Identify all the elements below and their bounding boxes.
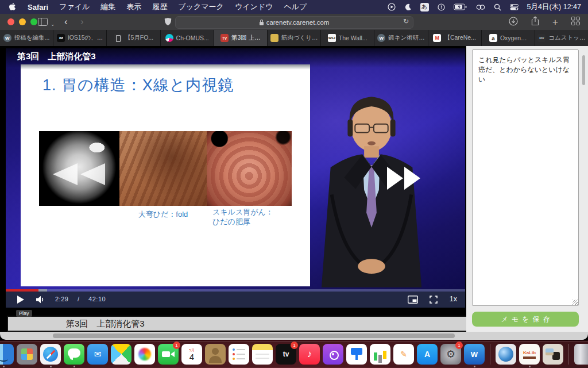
tab-gmail-carenet[interactable]: M 【CareNe... — [428, 30, 482, 46]
note-textarea[interactable]: これ見たらパッとスキルス胃癌だ、とわからないといけない — [472, 49, 579, 306]
horizontal-scrollbar-thumb[interactable] — [53, 334, 455, 338]
tab-label: The Wall... — [339, 34, 368, 41]
dock-keynote[interactable] — [346, 343, 367, 366]
dock-messages[interactable] — [64, 343, 84, 366]
phone-favicon — [114, 34, 122, 42]
dock-appletv[interactable]: 1tv — [276, 343, 296, 366]
privacy-shield-icon[interactable] — [164, 17, 172, 28]
picture-in-picture-icon[interactable] — [408, 296, 418, 306]
lock-icon — [260, 22, 264, 25]
dock-system-settings[interactable]: 1⚙ — [440, 343, 461, 366]
tab-label: 【CareNe... — [444, 34, 475, 42]
sidebar-toggle-icon[interactable] — [38, 18, 48, 28]
dock-contacts[interactable] — [205, 343, 226, 366]
dock-reminders[interactable] — [229, 343, 249, 366]
page-content: 第3回 上部消化管3 1. 胃の構造：X線と内視鏡 大弯ひだ：fold スキルス… — [0, 46, 588, 332]
tab-ch-omus[interactable]: Ch-OMUS... — [161, 30, 214, 46]
tab-ios15[interactable]: iM iOS15の、… — [53, 30, 107, 46]
dock-podcasts[interactable] — [323, 343, 343, 366]
trash-icon — [574, 344, 588, 365]
battery-icon[interactable] — [454, 3, 467, 10]
dock-kalib[interactable]: KaLib — [519, 343, 540, 366]
save-note-button[interactable]: メモを保存 — [472, 312, 579, 327]
reload-icon[interactable]: ↻ — [403, 17, 409, 25]
tab-wordpress-edit[interactable]: W 投稿を編集... — [0, 30, 53, 46]
dock-appstore[interactable]: A — [417, 343, 438, 366]
kalib-icon: KaLib — [519, 344, 540, 365]
address-bar[interactable]: carenetv.carenet.com ↻ — [175, 16, 413, 29]
fast-forward-overlay-icon[interactable] — [386, 167, 421, 192]
tab-label: 筋肉づくり… — [281, 34, 318, 42]
dock-finder[interactable] — [0, 343, 14, 366]
playback-speed-button[interactable]: 1x — [450, 295, 457, 303]
dock-trash[interactable] — [574, 343, 588, 366]
close-window-button[interactable] — [7, 18, 14, 25]
share-icon[interactable] — [531, 16, 539, 28]
apple-logo-icon[interactable] — [9, 3, 17, 12]
tab-label: iOS15の、… — [68, 34, 103, 42]
menubar-app-name[interactable]: Safari — [28, 3, 48, 12]
volume-icon[interactable] — [36, 296, 45, 306]
rewind-overlay-icon[interactable] — [52, 163, 106, 187]
forward-button[interactable]: › — [80, 17, 84, 27]
video-player[interactable]: 第3回 上部消化管3 1. 胃の構造：X線と内視鏡 大弯ひだ：fold スキルス… — [6, 48, 465, 308]
menu-edit[interactable]: 編集 — [100, 2, 115, 12]
tab-overview-icon[interactable] — [571, 17, 580, 28]
screen-record-status-icon[interactable] — [388, 3, 396, 11]
back-button[interactable]: ‹ — [64, 17, 68, 27]
dock-mail[interactable]: ✉ — [87, 343, 108, 366]
dock-launchpad[interactable] — [17, 343, 37, 366]
minimize-window-button[interactable] — [19, 18, 26, 25]
tab-carenet-tv-active[interactable]: TV 第3回 上… — [214, 30, 268, 46]
menubar-clock[interactable]: 5月4日(木) 12:47 — [527, 2, 581, 12]
tab-comstock[interactable]: inv コムストッ… — [535, 30, 588, 46]
dock-maps[interactable] — [111, 343, 131, 366]
tab-kitakin[interactable]: W 鍛キン術研… — [374, 30, 428, 46]
focus-moon-icon[interactable] — [404, 3, 412, 11]
menu-bookmarks[interactable]: ブックマーク — [178, 2, 224, 12]
sidebar-chevron-icon[interactable]: ⌄ — [51, 19, 55, 29]
spotlight-search-icon[interactable] — [494, 3, 501, 11]
inv-favicon: inv — [537, 34, 546, 42]
play-button[interactable] — [17, 296, 24, 306]
tab-5gatsu-fo[interactable]: 【5月FO... — [107, 30, 160, 46]
menu-window[interactable]: ウインドウ — [235, 2, 273, 12]
dock-numbers[interactable] — [370, 343, 390, 366]
dock-safari[interactable] — [40, 343, 61, 366]
tab-amazon-oxygen[interactable]: a Oxygen… — [482, 30, 535, 46]
link-status-icon[interactable] — [476, 4, 485, 10]
circle-status-icon[interactable] — [438, 3, 445, 11]
dock-word[interactable]: W — [464, 343, 485, 366]
lecture-title-field[interactable]: 第3回 上部消化管3 — [7, 316, 517, 332]
menu-help[interactable]: ヘルプ — [284, 2, 307, 12]
tab-label: 【5月FO... — [125, 34, 153, 42]
caption-fold: 大弯ひだ：fold — [119, 209, 207, 220]
dock-pages[interactable]: ✎ — [393, 343, 414, 366]
dock-music[interactable]: ♪ — [299, 343, 320, 366]
tab-label: Oxygen… — [500, 34, 527, 41]
fullscreen-icon[interactable] — [430, 296, 438, 306]
notes-sidebar: これ見たらパッとスキルス胃癌だ、とわからないといけない メモを保存 — [466, 46, 588, 332]
dock-facetime[interactable]: 1 — [158, 343, 179, 366]
downloads-icon[interactable] — [509, 17, 518, 28]
sidebar-scrollbar[interactable] — [582, 55, 585, 85]
dock-calendar[interactable]: 5月4 — [181, 343, 202, 366]
menu-file[interactable]: ファイル — [59, 2, 90, 12]
control-center-icon[interactable] — [510, 4, 519, 10]
menu-history[interactable]: 履歴 — [152, 2, 167, 12]
input-source-icon[interactable]: あ — [420, 3, 429, 12]
im-favicon: iM — [57, 34, 65, 42]
textarea-resize-handle[interactable] — [572, 300, 578, 305]
dock-globe-app[interactable] — [496, 343, 516, 366]
tab-label: 鍛キン術研… — [388, 34, 425, 42]
tab-kinniku[interactable]: 筋肉づくり… — [268, 30, 321, 46]
tab-wsj[interactable]: WSJ The Wall... — [321, 30, 374, 46]
zoom-window-button[interactable] — [30, 18, 37, 25]
dock-photos[interactable] — [134, 343, 155, 366]
tab-label: コムストッ… — [548, 34, 585, 42]
menu-view[interactable]: 表示 — [126, 2, 141, 12]
wordpress-favicon: W — [3, 34, 11, 42]
new-tab-button[interactable]: + — [552, 18, 558, 27]
dock-notes[interactable] — [252, 343, 273, 366]
dock-ink-app[interactable] — [543, 343, 563, 366]
